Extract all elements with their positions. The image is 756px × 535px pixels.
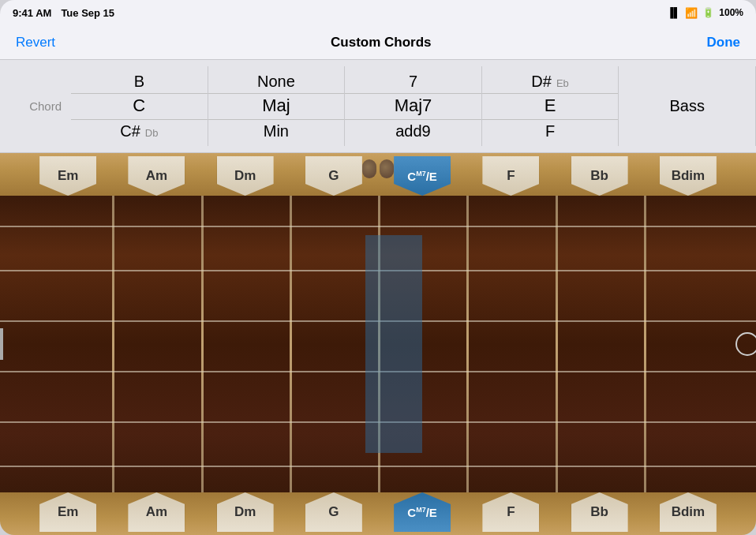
picker-ext-maj7[interactable]: Maj7 bbox=[395, 93, 432, 119]
string-6 bbox=[0, 466, 756, 467]
chord-btn-bottom-f[interactable]: F bbox=[482, 492, 539, 532]
chord-shape-em[interactable]: Em bbox=[39, 156, 96, 196]
chord-label-em: Em bbox=[58, 168, 78, 184]
chord-shape-am[interactable]: Am bbox=[128, 156, 185, 196]
chord-shape-bottom-dm[interactable]: Dm bbox=[217, 492, 274, 532]
chord-button-bb[interactable]: Bb bbox=[571, 156, 628, 196]
chord-label-bottom-bb: Bb bbox=[590, 504, 608, 520]
chord-buttons-top: Em Am Dm G CM7/E F bbox=[0, 153, 756, 196]
status-time: 9:41 AM bbox=[13, 7, 51, 19]
string-1 bbox=[0, 226, 756, 227]
chord-label-am: Am bbox=[146, 168, 167, 184]
battery-level: 100% bbox=[719, 7, 743, 18]
home-button[interactable] bbox=[735, 332, 756, 356]
chord-label-bottom-f: F bbox=[507, 504, 515, 520]
nav-title: Custom Chords bbox=[331, 35, 432, 51]
chord-shape-cm7e[interactable]: CM7/E bbox=[394, 156, 451, 196]
picker-root-Csharp[interactable]: C#Db bbox=[120, 119, 158, 143]
picker-ext-7[interactable]: 7 bbox=[409, 69, 417, 93]
status-bar: 9:41 AM Tue Sep 15 ▐▌ 📶 🔋 100% bbox=[0, 0, 756, 25]
fretboard bbox=[0, 196, 756, 492]
side-button-left[interactable] bbox=[0, 328, 3, 360]
picker-quality-none[interactable]: None bbox=[257, 69, 295, 93]
chord-label-bottom-cm7e: CM7/E bbox=[407, 506, 437, 519]
fret-line-5 bbox=[466, 196, 469, 492]
chord-shape-bb[interactable]: Bb bbox=[571, 156, 628, 196]
fret-line-3 bbox=[290, 196, 292, 492]
chord-shape-bottom-cm7e[interactable]: CM7/E bbox=[394, 492, 451, 532]
status-date: Tue Sep 15 bbox=[61, 7, 114, 19]
picker-quality-maj[interactable]: Maj bbox=[262, 93, 290, 119]
chord-btn-bottom-em[interactable]: Em bbox=[39, 492, 96, 532]
chord-label-bottom-bdim: Bdim bbox=[672, 504, 705, 520]
chord-label-bdim: Bdim bbox=[672, 168, 705, 184]
chord-label-bottom-am: Am bbox=[146, 504, 167, 520]
picker-root-col[interactable]: B C C#Db bbox=[71, 66, 208, 146]
chord-shape-bottom-f[interactable]: F bbox=[482, 492, 539, 532]
chord-btn-bottom-g[interactable]: G bbox=[305, 492, 362, 532]
picker-quality-col[interactable]: None Maj Min bbox=[208, 66, 346, 146]
chord-shape-bottom-g[interactable]: G bbox=[305, 492, 362, 532]
chord-label-bottom-em: Em bbox=[58, 504, 78, 520]
chord-label-cm7e: CM7/E bbox=[407, 170, 437, 183]
chord-button-cm7e[interactable]: CM7/E bbox=[394, 156, 451, 196]
picker-root-B[interactable]: B bbox=[134, 69, 144, 93]
guitar-fretboard-area: Em Am Dm G CM7/E F bbox=[0, 153, 756, 535]
revert-button[interactable]: Revert bbox=[16, 35, 55, 51]
signal-icon: ▐▌ bbox=[667, 7, 680, 18]
chord-picker-label: Chord bbox=[0, 66, 71, 146]
battery-icon: 🔋 bbox=[702, 7, 714, 18]
chord-buttons-bottom: Em Am Dm G CM7/E F bbox=[0, 492, 756, 535]
chord-btn-bottom-cm7e[interactable]: CM7/E bbox=[394, 492, 451, 532]
chord-shape-g[interactable]: G bbox=[305, 156, 362, 196]
chord-label-g: G bbox=[328, 168, 339, 184]
status-time-date: 9:41 AM Tue Sep 15 bbox=[13, 7, 114, 19]
chord-label-bottom-dm: Dm bbox=[234, 504, 256, 520]
done-button[interactable]: Done bbox=[706, 35, 740, 51]
chord-shape-bottom-bdim[interactable]: Bdim bbox=[660, 492, 717, 532]
chord-shape-bottom-am[interactable]: Am bbox=[128, 492, 185, 532]
chord-picker: Chord B C C#Db None Maj Min 7 Maj7 add9 bbox=[0, 60, 756, 153]
chord-button-em[interactable]: Em bbox=[39, 156, 96, 196]
picker-bass-Dsharp[interactable]: D#Eb bbox=[531, 69, 568, 93]
bass-text: Bass bbox=[669, 97, 704, 115]
chord-btn-bottom-dm[interactable]: Dm bbox=[217, 492, 274, 532]
picker-bass-F[interactable]: F bbox=[545, 119, 555, 143]
picker-columns: B C C#Db None Maj Min 7 Maj7 add9 D#Eb bbox=[71, 66, 756, 146]
chord-btn-bottom-bdim[interactable]: Bdim bbox=[660, 492, 717, 532]
fret-line-2 bbox=[201, 196, 204, 492]
chord-shape-dm[interactable]: Dm bbox=[217, 156, 274, 196]
picker-bass-label: Bass bbox=[619, 66, 756, 146]
nav-bar: Revert Custom Chords Done bbox=[0, 25, 756, 60]
chord-label-dm: Dm bbox=[234, 168, 256, 184]
chord-button-g[interactable]: G bbox=[305, 156, 362, 196]
chord-shape-bottom-bb[interactable]: Bb bbox=[571, 492, 628, 532]
fret-line-1 bbox=[112, 196, 114, 492]
chord-shape-bdim[interactable]: Bdim bbox=[660, 156, 717, 196]
wifi-icon: 📶 bbox=[685, 7, 698, 19]
chord-button-f[interactable]: F bbox=[482, 156, 539, 196]
picker-quality-min[interactable]: Min bbox=[264, 119, 289, 143]
chord-button-dm[interactable]: Dm bbox=[217, 156, 274, 196]
active-chord-strip bbox=[365, 235, 422, 453]
fret-line-6 bbox=[556, 196, 558, 492]
picker-extension-col[interactable]: 7 Maj7 add9 bbox=[345, 66, 482, 146]
chord-label-bottom-g: G bbox=[328, 504, 339, 520]
fret-line-7 bbox=[644, 196, 646, 492]
chord-label-bb: Bb bbox=[590, 168, 608, 184]
picker-bass-note-col[interactable]: D#Eb E F bbox=[482, 66, 619, 146]
picker-root-C[interactable]: C bbox=[133, 93, 145, 119]
chord-shape-bottom-em[interactable]: Em bbox=[39, 492, 96, 532]
picker-bass-E[interactable]: E bbox=[545, 93, 556, 119]
chord-button-bdim[interactable]: Bdim bbox=[660, 156, 717, 196]
chord-button-am[interactable]: Am bbox=[128, 156, 185, 196]
chord-shape-f[interactable]: F bbox=[482, 156, 539, 196]
picker-ext-add9[interactable]: add9 bbox=[395, 119, 431, 143]
chord-label-f: F bbox=[507, 168, 515, 184]
chord-btn-bottom-am[interactable]: Am bbox=[128, 492, 185, 532]
chord-btn-bottom-bb[interactable]: Bb bbox=[571, 492, 628, 532]
status-icons: ▐▌ 📶 🔋 100% bbox=[667, 7, 743, 19]
